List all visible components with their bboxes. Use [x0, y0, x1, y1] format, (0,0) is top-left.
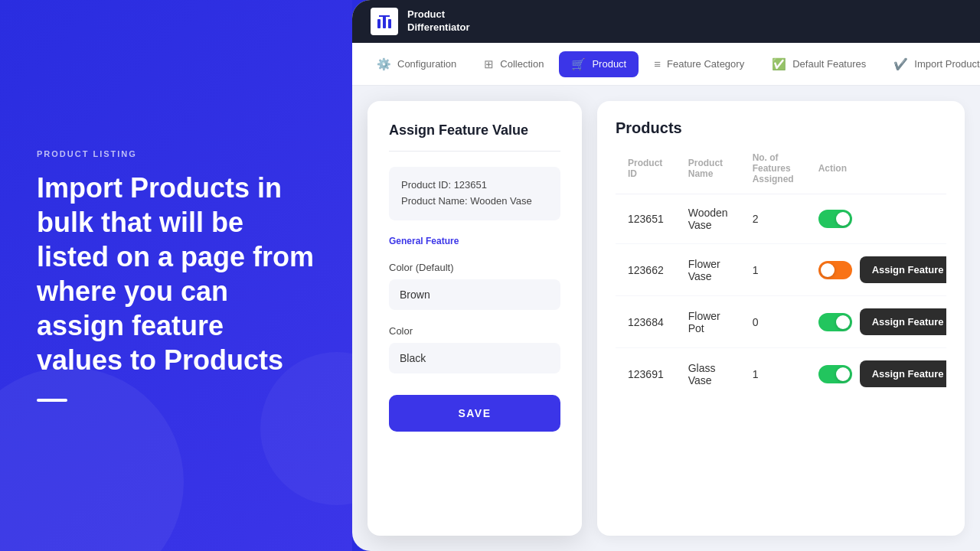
- color-label: Color: [389, 325, 560, 337]
- product-info-box: Product ID: 123651 Product Name: Wooden …: [389, 167, 560, 220]
- cell-features-count: 2: [740, 194, 806, 244]
- default-features-icon: ✅: [772, 57, 786, 71]
- cell-product-id: 123684: [616, 296, 676, 348]
- nav-item-product[interactable]: 🛒 Product: [559, 51, 639, 77]
- modal-title: Assign Feature Value: [389, 122, 560, 152]
- col-features-assigned: No. of Features Assigned: [740, 152, 806, 194]
- product-icon: 🛒: [571, 57, 586, 71]
- table-row: 123684 Flower Pot 0 Assign Feature Value: [616, 296, 946, 348]
- nav-item-feature-category[interactable]: ≡ Feature Category: [642, 51, 756, 77]
- svg-rect-2: [388, 19, 391, 28]
- top-bar: Product Differentiator: [352, 0, 980, 43]
- toggle-switch[interactable]: [818, 210, 852, 228]
- svg-rect-1: [383, 16, 386, 28]
- table-header-row: Product ID Product Name No. of Features …: [616, 152, 946, 194]
- assign-feature-modal: Assign Feature Value Product ID: 123651 …: [368, 101, 582, 536]
- toggle-thumb: [836, 212, 850, 226]
- feature-section: General Feature: [389, 236, 560, 246]
- assign-feature-button[interactable]: Assign Feature Value: [860, 360, 946, 387]
- table-row: 123651 Wooden Vase 2: [616, 194, 946, 244]
- general-feature-label: General Feature: [389, 236, 560, 246]
- cell-product-id: 123691: [616, 348, 676, 400]
- hero-title: Import Products in bulk that will be lis…: [37, 171, 315, 377]
- nav-item-default-features[interactable]: ✅ Default Features: [760, 51, 878, 77]
- products-table: Product ID Product Name No. of Features …: [616, 152, 946, 399]
- products-table-wrapper: Product ID Product Name No. of Features …: [616, 152, 946, 517]
- toggle-switch[interactable]: [818, 261, 852, 279]
- cell-product-name: Flower Pot: [676, 296, 740, 348]
- feature-category-icon: ≡: [654, 57, 661, 70]
- action-group: [818, 210, 946, 228]
- collection-icon: ⊞: [484, 57, 494, 71]
- products-section: Products Product ID Product Name No. of …: [597, 101, 965, 536]
- color-default-label: Color (Default): [389, 262, 560, 273]
- logo-icon: [371, 8, 398, 35]
- action-group: Assign Feature Value: [818, 360, 946, 387]
- hero-divider: [37, 399, 67, 402]
- toggle-thumb: [836, 367, 850, 381]
- toggle-switch[interactable]: [818, 313, 852, 331]
- cell-action: Assign Feature Value: [806, 244, 946, 296]
- left-panel: PRODUCT LISTING Import Products in bulk …: [0, 0, 352, 551]
- nav-item-configuration[interactable]: ⚙️ Configuration: [364, 51, 469, 77]
- logo-area: Product Differentiator: [371, 8, 470, 35]
- cell-product-id: 123651: [616, 194, 676, 244]
- main-content: Assign Feature Value Product ID: 123651 …: [352, 86, 980, 551]
- cell-action: Assign Feature Value: [806, 348, 946, 400]
- logo-text: Product Differentiator: [407, 8, 470, 34]
- action-group: Assign Feature Value: [818, 308, 946, 335]
- assign-feature-button[interactable]: Assign Feature Value: [860, 308, 946, 335]
- table-row: 123662 Flower Vase 1 Assign Feature Valu…: [616, 244, 946, 296]
- col-product-id: Product ID: [616, 152, 676, 194]
- col-action: Action: [806, 152, 946, 194]
- cell-product-name: Flower Vase: [676, 244, 740, 296]
- color-default-input[interactable]: [389, 279, 560, 310]
- toggle-thumb: [821, 263, 835, 277]
- cell-features-count: 1: [740, 244, 806, 296]
- save-button[interactable]: SAVE: [389, 395, 560, 432]
- color-default-field: Color (Default): [389, 262, 560, 310]
- action-group: Assign Feature Value: [818, 256, 946, 283]
- product-id-text: Product ID: 123651: [401, 178, 548, 194]
- cell-product-name: Wooden Vase: [676, 194, 740, 244]
- cell-action: [806, 194, 946, 244]
- nav-item-import-products[interactable]: ✔️ Import Products: [881, 51, 980, 77]
- svg-rect-0: [377, 19, 381, 28]
- nav-item-collection[interactable]: ⊞ Collection: [472, 51, 556, 77]
- config-icon: ⚙️: [377, 57, 391, 71]
- col-product-name: Product Name: [676, 152, 740, 194]
- product-listing-label: PRODUCT LISTING: [37, 149, 315, 158]
- cell-product-id: 123662: [616, 244, 676, 296]
- color-input[interactable]: [389, 343, 560, 373]
- toggle-switch[interactable]: [818, 365, 852, 383]
- nav-bar: ⚙️ Configuration ⊞ Collection 🛒 Product …: [352, 43, 980, 86]
- assign-feature-button[interactable]: Assign Feature Value: [860, 256, 946, 283]
- cell-features-count: 1: [740, 348, 806, 400]
- product-name-text: Product Name: Wooden Vase: [401, 194, 548, 210]
- cell-product-name: Glass Vase: [676, 348, 740, 400]
- import-products-icon: ✔️: [893, 57, 908, 71]
- right-panel: Product Differentiator ⚙️ Configuration …: [352, 0, 980, 551]
- table-row: 123691 Glass Vase 1 Assign Feature Value: [616, 348, 946, 400]
- cell-features-count: 0: [740, 296, 806, 348]
- color-field: Color: [389, 325, 560, 373]
- products-title: Products: [616, 119, 946, 137]
- cell-action: Assign Feature Value: [806, 296, 946, 348]
- toggle-thumb: [836, 315, 850, 329]
